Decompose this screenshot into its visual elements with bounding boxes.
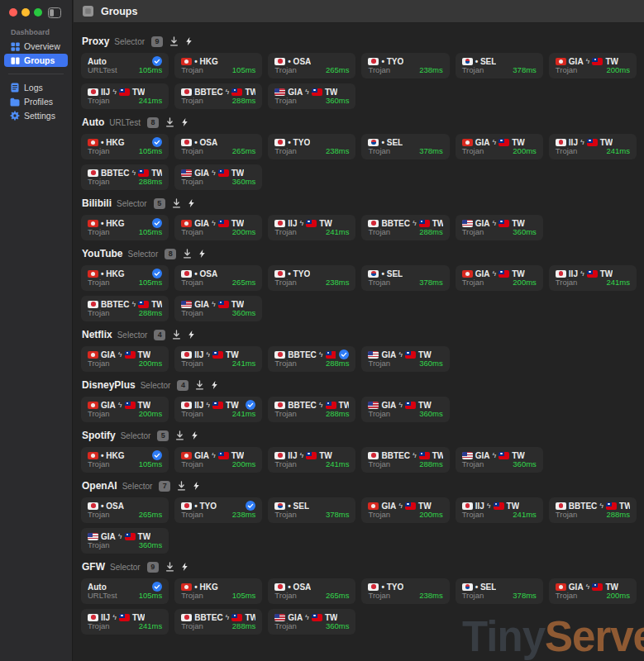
- latency-test-icon[interactable]: [165, 562, 174, 572]
- proxy-type: Trojan: [181, 97, 203, 105]
- bolt-icon[interactable]: [193, 481, 200, 491]
- bolt-icon[interactable]: [198, 249, 206, 259]
- proxy-card[interactable]: AutoURLTest105ms: [81, 578, 169, 604]
- proxy-card[interactable]: • HKGTrojan105ms: [174, 578, 262, 604]
- sidebar-item-settings[interactable]: Settings: [4, 109, 68, 122]
- proxy-card[interactable]: IIJϟTWTrojan241ms: [268, 447, 355, 473]
- proxy-card[interactable]: GIAϟTWTrojan360ms: [456, 215, 543, 240]
- proxy-card[interactable]: GIAϟTWTrojan200ms: [549, 578, 637, 604]
- proxy-name-text: • OSA: [194, 138, 217, 147]
- proxy-card[interactable]: • OSATrojan265ms: [268, 53, 355, 78]
- proxy-name: GIAϟTW: [556, 57, 618, 66]
- proxy-card[interactable]: GIAϟTWTrojan200ms: [81, 397, 169, 422]
- proxy-card[interactable]: IIJϟTWTrojan241ms: [456, 497, 543, 523]
- tw-flag-icon: [499, 270, 509, 278]
- proxy-card[interactable]: GIAϟTWTrojan360ms: [174, 164, 262, 190]
- sidebar-item-overview[interactable]: Overview: [4, 40, 68, 53]
- proxy-card[interactable]: GIAϟTWTrojan360ms: [174, 296, 262, 321]
- proxy-card[interactable]: • TYOTrojan238ms: [361, 578, 449, 604]
- proxy-card[interactable]: BBTECϟTWTrojan288ms: [81, 164, 169, 190]
- zoom-button[interactable]: [34, 8, 42, 17]
- bolt-icon[interactable]: [188, 198, 195, 208]
- proxy-card[interactable]: IIJϟTWTrojan241ms: [549, 134, 637, 159]
- sidebar-item-logs[interactable]: Logs: [4, 81, 68, 94]
- proxy-card[interactable]: • HKGTrojan105ms: [174, 53, 262, 78]
- proxy-card[interactable]: • OSATrojan265ms: [174, 265, 262, 291]
- tw-flag-icon: [419, 452, 430, 459]
- latency-test-icon[interactable]: [195, 380, 204, 390]
- proxy-card[interactable]: GIAϟTWTrojan360ms: [268, 609, 355, 635]
- proxy-card[interactable]: GIAϟTWTrojan360ms: [268, 83, 355, 109]
- bolt-icon[interactable]: [191, 430, 198, 440]
- proxy-card[interactable]: BBTECϟTWTrojan288ms: [361, 215, 449, 240]
- proxy-card[interactable]: • TYOTrojan238ms: [174, 497, 262, 523]
- proxy-name-text: TW: [138, 401, 151, 410]
- proxy-card[interactable]: GIAϟTWTrojan200ms: [174, 447, 262, 473]
- proxy-card[interactable]: GIAϟTWTrojan360ms: [361, 346, 449, 372]
- latency-test-icon[interactable]: [177, 481, 186, 491]
- proxy-card[interactable]: • SELTrojan378ms: [361, 265, 449, 291]
- proxy-card[interactable]: IIJϟTWTrojan241ms: [174, 346, 262, 372]
- proxy-card[interactable]: • OSATrojan265ms: [81, 497, 169, 523]
- proxy-card[interactable]: GIAϟTWTrojan200ms: [361, 497, 449, 523]
- latency-test-icon[interactable]: [172, 198, 181, 208]
- bolt-icon[interactable]: [181, 562, 188, 572]
- latency-test-icon[interactable]: [183, 249, 192, 259]
- proxy-card[interactable]: IIJϟTWTrojan241ms: [174, 397, 262, 422]
- proxy-card[interactable]: GIAϟTWTrojan360ms: [456, 447, 543, 473]
- proxy-card[interactable]: GIAϟTWTrojan200ms: [549, 53, 637, 78]
- proxy-card[interactable]: GIAϟTWTrojan200ms: [456, 265, 543, 291]
- bolt-icon[interactable]: [185, 36, 193, 46]
- proxy-card[interactable]: BBTECϟTWTrojan288ms: [361, 447, 449, 473]
- proxy-card[interactable]: • SELTrojan378ms: [361, 134, 449, 159]
- proxy-type: Trojan: [274, 278, 297, 287]
- jp-flag-icon: [181, 88, 192, 96]
- proxy-card[interactable]: GIAϟTWTrojan200ms: [81, 346, 169, 372]
- proxy-card[interactable]: IIJϟTWTrojan241ms: [549, 265, 637, 291]
- proxy-card[interactable]: GIAϟTWTrojan200ms: [174, 215, 262, 240]
- proxy-card[interactable]: BBTECϟTWTrojan288ms: [268, 346, 355, 372]
- proxy-card[interactable]: AutoURLTest105ms: [81, 53, 169, 78]
- close-button[interactable]: [9, 8, 17, 17]
- jp-flag-icon: [274, 220, 285, 227]
- proxy-card[interactable]: • OSATrojan265ms: [268, 578, 355, 604]
- bolt-icon[interactable]: [181, 117, 188, 127]
- proxy-card[interactable]: • TYOTrojan238ms: [361, 53, 449, 78]
- proxy-name-text: TW: [245, 613, 255, 622]
- proxy-card[interactable]: BBTECϟTWTrojan288ms: [174, 609, 262, 635]
- proxy-card[interactable]: • TYOTrojan238ms: [268, 134, 355, 159]
- latency-test-icon[interactable]: [175, 430, 184, 440]
- tw-flag-icon: [312, 88, 322, 96]
- proxy-card[interactable]: • HKGTrojan105ms: [81, 215, 169, 240]
- proxy-card[interactable]: • HKGTrojan105ms: [81, 447, 169, 473]
- proxy-card[interactable]: • HKGTrojan105ms: [81, 134, 169, 159]
- proxy-card[interactable]: BBTECϟTWTrojan288ms: [268, 397, 355, 422]
- proxy-card[interactable]: • SELTrojan378ms: [456, 578, 543, 604]
- proxy-card[interactable]: GIAϟTWTrojan200ms: [456, 134, 543, 159]
- proxy-card[interactable]: IIJϟTWTrojan241ms: [81, 83, 169, 109]
- proxy-card[interactable]: • SELTrojan378ms: [268, 497, 355, 523]
- latency-test-icon[interactable]: [172, 330, 181, 340]
- proxy-card[interactable]: BBTECϟTWTrojan288ms: [174, 83, 262, 109]
- proxy-card[interactable]: IIJϟTWTrojan241ms: [81, 609, 169, 635]
- latency-test-icon[interactable]: [169, 36, 179, 46]
- bolt-icon[interactable]: [211, 380, 218, 390]
- proxy-card[interactable]: • TYOTrojan238ms: [268, 265, 355, 291]
- latency-test-icon[interactable]: [165, 117, 174, 127]
- relay-arrow: ϟ: [212, 169, 216, 177]
- proxy-card[interactable]: IIJϟTWTrojan241ms: [268, 215, 355, 240]
- sidebar-item-profiles[interactable]: Profiles: [4, 95, 68, 108]
- proxy-card[interactable]: BBTECϟTWTrojan288ms: [549, 497, 637, 523]
- proxy-card[interactable]: BBTECϟTWTrojan288ms: [81, 296, 169, 321]
- proxy-card[interactable]: • HKGTrojan105ms: [81, 265, 169, 291]
- proxy-card[interactable]: • OSATrojan265ms: [174, 134, 262, 159]
- sidebar-toggle-icon[interactable]: [48, 7, 61, 21]
- sidebar-item-groups[interactable]: Groups: [4, 54, 68, 67]
- minimize-button[interactable]: [21, 8, 30, 17]
- proxy-name-text: • SEL: [475, 583, 497, 592]
- bolt-icon[interactable]: [188, 330, 195, 340]
- proxy-card[interactable]: • SELTrojan378ms: [456, 53, 543, 78]
- proxy-card[interactable]: GIAϟTWTrojan360ms: [361, 397, 449, 422]
- jp-flag-icon: [181, 402, 192, 409]
- proxy-card[interactable]: GIAϟTWTrojan360ms: [81, 528, 169, 554]
